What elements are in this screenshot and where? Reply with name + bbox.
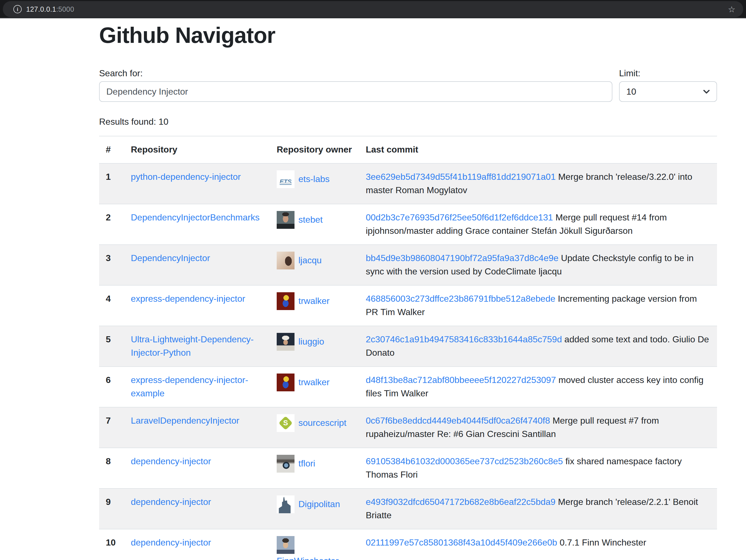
commit-hash-link[interactable]: 0c67f6be8eddcd4449eb4044f5df0ca26f4740f8 bbox=[366, 416, 550, 425]
table-row: 8 dependency-injector tflori 69105384b61… bbox=[99, 448, 717, 489]
table-row: 6 express-dependency-injector-example tr… bbox=[99, 366, 717, 407]
repository-link[interactable]: DependencyInjectorBenchmarks bbox=[131, 213, 259, 222]
commit-hash-link[interactable]: 468856003c273dffce23b86791fbbe512a8ebede bbox=[366, 294, 555, 303]
results-table: # Repository Repository owner Last commi… bbox=[99, 136, 717, 560]
repository-link[interactable]: LaravelDependencyInjector bbox=[131, 416, 239, 425]
owner-link[interactable]: sourcescript bbox=[298, 418, 347, 428]
commit-hash-link[interactable]: 00d2b3c7e76935d76f25ee50f6d1f2ef6ddce131 bbox=[366, 213, 553, 222]
repository-link[interactable]: express-dependency-injector-example bbox=[131, 375, 248, 398]
commit-hash-link[interactable]: 3ee629eb5d7349d55f41b119aff81dd219071a01 bbox=[366, 172, 555, 181]
bookmark-star-icon[interactable]: ☆ bbox=[728, 5, 736, 13]
owner-link[interactable]: Digipolitan bbox=[298, 499, 340, 509]
table-row: 2 DependencyInjectorBenchmarks stebet 00… bbox=[99, 204, 717, 245]
owner-avatar bbox=[277, 455, 294, 473]
table-row: 5 Ultra-Lightweight-Dependency-Injector-… bbox=[99, 326, 717, 366]
row-number: 2 bbox=[99, 204, 124, 245]
avatar-glyph bbox=[277, 374, 294, 391]
repository-link[interactable]: dependency-injector bbox=[131, 538, 211, 547]
owner-link[interactable]: ets-labs bbox=[298, 174, 329, 184]
avatar-glyph: ETS bbox=[277, 170, 294, 188]
address-bar[interactable]: i 127.0.0.1:5000 ☆ bbox=[3, 1, 743, 17]
owner-avatar bbox=[277, 374, 294, 391]
avatar-glyph bbox=[277, 252, 294, 269]
commit-message: 0.7.1 Finn Winchester bbox=[560, 538, 646, 547]
avatar-glyph bbox=[277, 455, 294, 473]
repository-link[interactable]: Ultra-Lightweight-Dependency-Injector-Py… bbox=[131, 334, 254, 357]
limit-select[interactable]: 10 bbox=[619, 81, 717, 102]
row-number: 9 bbox=[99, 489, 124, 529]
commit-hash-link[interactable]: 02111997e57c85801368f43a10d45f409e266e0b bbox=[366, 538, 557, 547]
results-count: Results found: 10 bbox=[99, 115, 717, 128]
owner-link[interactable]: trwalker bbox=[298, 377, 329, 387]
search-label: Search for: bbox=[99, 67, 612, 80]
url-host: 127.0.0.1 bbox=[26, 5, 56, 13]
avatar-glyph bbox=[277, 495, 294, 513]
site-info-icon[interactable]: i bbox=[13, 5, 22, 13]
header-repository-owner: Repository owner bbox=[270, 136, 359, 164]
browser-chrome: i 127.0.0.1:5000 ☆ bbox=[0, 0, 746, 18]
url-text: 127.0.0.1:5000 bbox=[26, 5, 74, 13]
avatar-glyph: S bbox=[277, 414, 294, 432]
row-number: 5 bbox=[99, 326, 124, 366]
avatar-glyph bbox=[277, 536, 294, 554]
table-row: 7 LaravelDependencyInjector Ssourcescrip… bbox=[99, 407, 717, 448]
owner-avatar bbox=[277, 333, 294, 351]
repository-link[interactable]: DependencyInjector bbox=[131, 253, 210, 263]
url-port: :5000 bbox=[56, 5, 74, 13]
owner-link[interactable]: trwalker bbox=[298, 296, 329, 305]
table-row: 3 DependencyInjector ljacqu bb45d9e3b986… bbox=[99, 245, 717, 285]
commit-hash-link[interactable]: d48f13be8ac712abf80bbeeee5f120227d253097 bbox=[366, 375, 556, 385]
table-row: 9 dependency-injector Digipolitan e493f9… bbox=[99, 489, 717, 529]
repository-link[interactable]: dependency-injector bbox=[131, 456, 211, 466]
owner-avatar: ETS bbox=[277, 170, 294, 188]
avatar-glyph bbox=[277, 292, 294, 310]
owner-link[interactable]: tflori bbox=[298, 459, 315, 468]
table-row: 10 dependency-injector FinnWinchester 02… bbox=[99, 529, 717, 560]
owner-link[interactable]: liuggio bbox=[298, 337, 324, 346]
row-number: 1 bbox=[99, 164, 124, 204]
owner-avatar bbox=[277, 536, 294, 554]
owner-link[interactable]: stebet bbox=[298, 215, 323, 224]
commit-hash-link[interactable]: 69105384b61032d000365ee737cd2523b260c8e5 bbox=[366, 456, 563, 466]
header-last-commit: Last commit bbox=[359, 136, 717, 164]
header-repository: Repository bbox=[124, 136, 270, 164]
row-number: 10 bbox=[99, 529, 124, 560]
limit-label: Limit: bbox=[619, 67, 717, 80]
table-header-row: # Repository Repository owner Last commi… bbox=[99, 136, 717, 164]
commit-hash-link[interactable]: bb45d9e3b98608047190bf72a95fa9a37d8c4e9e bbox=[366, 253, 558, 263]
header-number: # bbox=[99, 136, 124, 164]
search-input[interactable] bbox=[99, 81, 612, 102]
owner-avatar bbox=[277, 252, 294, 269]
row-number: 7 bbox=[99, 407, 124, 448]
owner-avatar: S bbox=[277, 414, 294, 432]
limit-selected-value: 10 bbox=[626, 87, 636, 96]
owner-avatar bbox=[277, 495, 294, 513]
row-number: 3 bbox=[99, 245, 124, 285]
owner-link[interactable]: ljacqu bbox=[298, 256, 322, 265]
row-number: 8 bbox=[99, 448, 124, 489]
table-row: 1 python-dependency-injector ETSets-labs… bbox=[99, 164, 717, 204]
page: Github Navigator Search for: Limit: 10 bbox=[0, 18, 746, 560]
commit-hash-link[interactable]: e493f9032dfcd65047172b682e8b6eaf22c5bda9 bbox=[366, 497, 555, 506]
avatar-glyph bbox=[277, 211, 294, 229]
row-number: 6 bbox=[99, 366, 124, 407]
chevron-down-icon bbox=[703, 89, 710, 94]
results-table-body: 1 python-dependency-injector ETSets-labs… bbox=[99, 164, 717, 560]
avatar-glyph bbox=[277, 333, 294, 351]
repository-link[interactable]: express-dependency-injector bbox=[131, 294, 245, 303]
commit-hash-link[interactable]: 2c30746c1a91b4947583416c833b1644a85c759d bbox=[366, 334, 562, 344]
repository-link[interactable]: python-dependency-injector bbox=[131, 172, 241, 181]
row-number: 4 bbox=[99, 285, 124, 326]
table-row: 4 express-dependency-injector trwalker 4… bbox=[99, 285, 717, 326]
owner-avatar bbox=[277, 211, 294, 229]
repository-link[interactable]: dependency-injector bbox=[131, 497, 211, 506]
page-title: Github Navigator bbox=[99, 24, 717, 46]
owner-link[interactable]: FinnWinchester bbox=[277, 556, 339, 560]
owner-avatar bbox=[277, 292, 294, 310]
search-form: Search for: Limit: 10 bbox=[99, 67, 717, 102]
